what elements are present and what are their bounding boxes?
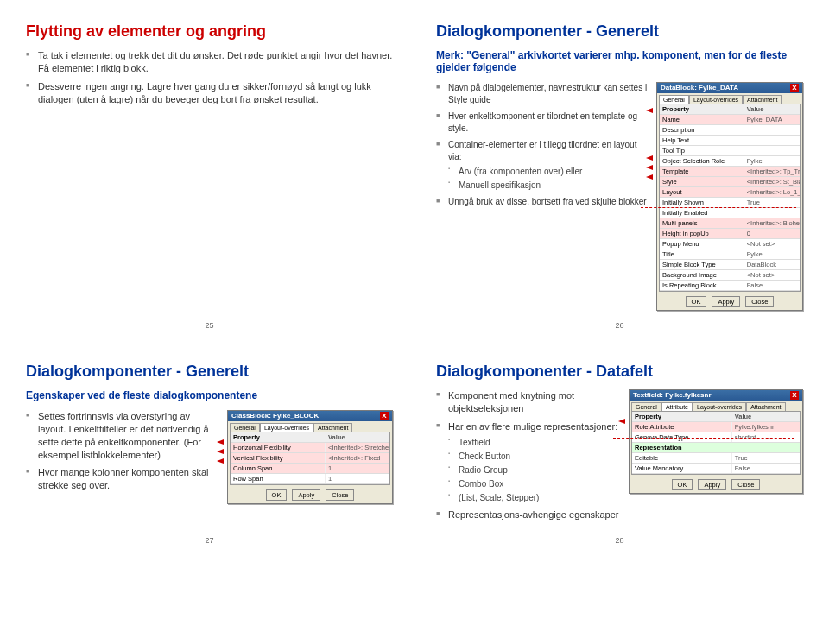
page-number: 25 (205, 321, 213, 330)
property-row[interactable]: Is Repeating BlockFalse (660, 281, 800, 291)
tab-layout-overrides[interactable]: Layout-overrides (260, 423, 313, 432)
property-name: Description (660, 125, 744, 135)
property-value[interactable] (744, 208, 800, 218)
tab-attachment[interactable]: Attachment (746, 402, 785, 411)
dialog-tabs: General Layout-overrides Attachment (228, 421, 392, 432)
close-icon[interactable]: X (380, 412, 389, 420)
slide-28: Dialogkomponenter - Datafelt Komponent m… (427, 357, 812, 546)
property-row[interactable]: Background Image<Not set> (660, 270, 800, 281)
property-name: Multi-panels (660, 218, 744, 228)
ok-button[interactable]: OK (672, 479, 693, 490)
property-row[interactable]: Template<Inherited>: Tp_Tree2000 (660, 167, 800, 177)
property-value[interactable] (744, 136, 800, 145)
property-name: Background Image (660, 270, 744, 280)
property-row[interactable]: Multi-panels<Inherited>: Biohead (660, 218, 800, 229)
property-value[interactable]: <Inherited>: Biohead (744, 218, 800, 228)
close-button[interactable]: Close (745, 296, 774, 307)
bullet-text: Container-elementer er i tillegg tilordn… (448, 140, 636, 161)
property-row[interactable]: Simple Block TypeDataBlock (660, 260, 800, 270)
property-value[interactable]: False (744, 281, 800, 290)
property-row[interactable]: Layout<Inherited>: Lo_1_Labels_R86 (660, 187, 800, 198)
tab-general[interactable]: General (659, 95, 689, 104)
bullet: Navn på dialogelementer, navnestruktur k… (436, 82, 648, 105)
property-row[interactable]: Object Selection RoleFylke (660, 156, 800, 167)
property-row[interactable]: Value MandatoryFalse (632, 464, 800, 474)
property-name: Simple Block Type (660, 260, 744, 269)
property-value[interactable] (744, 146, 800, 155)
close-icon[interactable]: X (790, 84, 799, 92)
property-name: Is Repeating Block (660, 281, 744, 290)
property-row[interactable]: Height in popUp0 (660, 229, 800, 239)
slide-subtitle: Merk: "General" arkivkortet varierer mhp… (436, 49, 803, 73)
property-value[interactable]: <Inherited>: Stretched (326, 443, 389, 452)
property-value[interactable]: DataBlock (744, 260, 800, 269)
slide-body: Settes fortrinnsvis via overstyring av l… (26, 410, 218, 492)
property-row[interactable]: Popup Menu<Not set> (660, 239, 800, 249)
property-row[interactable]: Description (660, 125, 800, 136)
property-value[interactable]: Fylke (744, 156, 800, 166)
property-value[interactable]: False (732, 464, 800, 473)
tab-attachment[interactable]: Attachment (313, 423, 352, 432)
property-row[interactable]: Row Span1 (231, 474, 389, 484)
property-row[interactable]: Vertical Flexibility<Inherited>: Fixed (231, 453, 389, 464)
close-button[interactable]: Close (326, 489, 354, 501)
property-value[interactable]: 0 (744, 229, 800, 238)
arrow-line (613, 438, 794, 439)
dialog-title: Textfield: Fylke.fylkesnr (633, 391, 712, 400)
close-button[interactable]: Close (731, 479, 760, 490)
property-name: Horizontal Flexibility (231, 443, 326, 452)
property-row[interactable]: EditableTrue (632, 453, 800, 464)
tab-attribute[interactable]: Attribute (661, 402, 693, 411)
property-row[interactable]: Initially Enabled (660, 208, 800, 218)
slide-body: Komponent med knytning mot objektseleksj… (436, 389, 620, 521)
col-header-property: Property (632, 412, 732, 421)
tab-layout-overrides[interactable]: Layout-overrides (693, 402, 746, 411)
sub-bullet: (List, Scale, Stepper) (448, 492, 620, 503)
property-row[interactable]: NameFylke_DATA (660, 115, 800, 125)
tab-general[interactable]: General (631, 402, 661, 411)
property-value[interactable]: True (732, 453, 800, 463)
dialog-tabs: General Attribute Layout-overrides Attac… (630, 401, 802, 411)
apply-button[interactable]: Apply (712, 296, 740, 307)
property-name: Object Selection Role (660, 156, 744, 166)
property-value[interactable]: <Not set> (744, 270, 800, 280)
apply-button[interactable]: Apply (698, 479, 726, 490)
tab-attachment[interactable]: Attachment (743, 95, 782, 104)
bullet: Hver enkeltkomponent er tilordnet en tem… (436, 110, 648, 134)
property-value[interactable]: <Not set> (744, 239, 800, 249)
property-row[interactable]: Role.AttributeFylke.fylkesnr (632, 422, 800, 432)
arrow-line (641, 199, 796, 199)
property-name: Name (660, 115, 744, 124)
property-value[interactable]: Fylke.fylkesnr (732, 422, 800, 432)
property-value[interactable]: 1 (326, 464, 389, 473)
arrow-icon (646, 174, 653, 180)
property-value[interactable]: Fylke (744, 249, 800, 259)
close-icon[interactable]: X (790, 391, 799, 400)
dialog-titlebar: DataBlock: Fylke_DATA X (657, 83, 802, 93)
tab-layout-overrides[interactable]: Layout-overrides (689, 95, 743, 104)
property-row[interactable]: Style<Inherited>: St_Black_On_Trans_Fram… (660, 177, 800, 187)
property-grid: Property Value Horizontal Flexibility<In… (230, 432, 390, 485)
slide-subtitle: Egenskaper ved de fleste dialogkomponent… (26, 389, 393, 401)
col-header-property: Property (231, 432, 326, 442)
property-value[interactable]: <Inherited>: Fixed (326, 453, 389, 463)
property-value[interactable]: <Inherited>: Lo_1_Labels_R86 (744, 187, 800, 197)
property-value[interactable] (744, 125, 800, 135)
property-row[interactable]: Tool Tip (660, 146, 800, 156)
dialog-classblock: ClassBlock: Fylke_BLOCK X General Layout… (227, 410, 393, 504)
property-name: Template (660, 167, 744, 176)
property-row[interactable]: Help Text (660, 136, 800, 146)
tab-general[interactable]: General (230, 423, 260, 432)
ok-button[interactable]: OK (686, 296, 707, 307)
property-value[interactable]: <Inherited>: Tp_Tree2000 (744, 167, 800, 176)
property-value[interactable]: 1 (326, 474, 389, 483)
property-row[interactable]: Column Span1 (231, 464, 389, 474)
property-value[interactable]: Fylke_DATA (744, 115, 800, 124)
property-row[interactable]: TitleFylke (660, 249, 800, 260)
ok-button[interactable]: OK (266, 489, 288, 501)
property-row[interactable]: Horizontal Flexibility<Inherited>: Stret… (231, 443, 389, 453)
property-value[interactable]: <Inherited>: St_Black_On_Trans_Frame (744, 177, 800, 186)
slide-title: Dialogkomponenter - Datafelt (436, 363, 803, 381)
apply-button[interactable]: Apply (292, 489, 320, 501)
arrow-icon (217, 458, 224, 464)
